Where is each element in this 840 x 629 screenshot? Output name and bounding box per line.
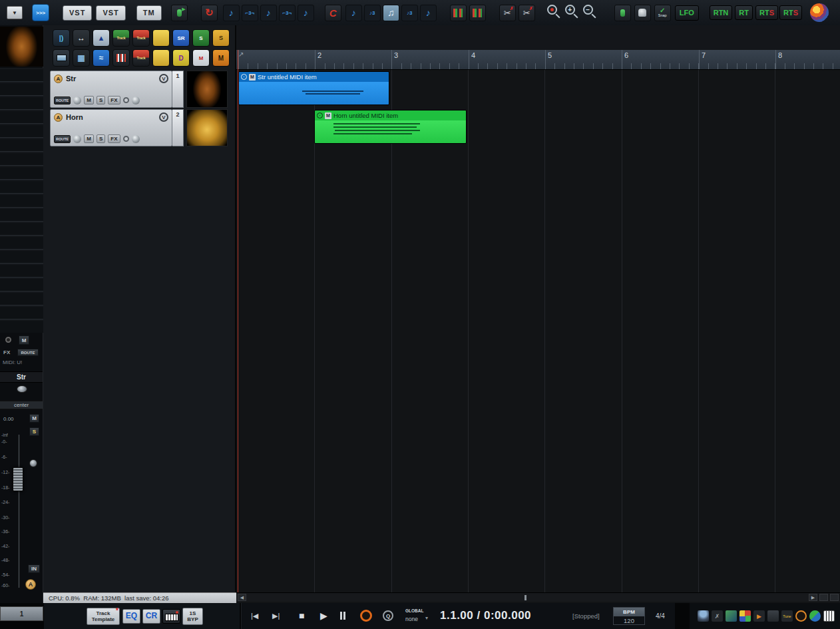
default-icon[interactable]: D: [172, 49, 190, 67]
input-quantize-icon[interactable]: C: [325, 5, 341, 21]
track-meter-play-icon[interactable]: [469, 5, 486, 21]
track-name[interactable]: Horn: [66, 113, 156, 121]
rts-button-2[interactable]: RTS: [779, 5, 802, 20]
analyze-icon[interactable]: ▲: [93, 29, 110, 47]
fx-button[interactable]: FX: [108, 96, 120, 105]
master-track-name[interactable]: Str: [0, 371, 43, 383]
bpm-box[interactable]: BPM 120: [613, 607, 645, 625]
mute-button[interactable]: M: [84, 96, 94, 105]
midi-item-titlebar[interactable]: M Str untitled MIDI item: [239, 72, 389, 82]
volume-knob[interactable]: [132, 135, 140, 143]
toolbar-dropdown-button[interactable]: ▼: [7, 6, 23, 19]
bypass-button[interactable]: 1SBYP: [182, 608, 203, 625]
folder-icon-2[interactable]: [152, 49, 170, 67]
close-item-icon[interactable]: ✗: [712, 610, 723, 622]
stop-button[interactable]: ■: [299, 610, 304, 621]
show-track-green-icon[interactable]: Track: [112, 29, 130, 47]
monitor-icon[interactable]: [53, 49, 70, 67]
grouping-icon[interactable]: |): [53, 29, 70, 47]
note-triplet-icon-1[interactable]: ⌐3¬: [242, 5, 258, 21]
go-to-end-button[interactable]: ▶|: [272, 612, 280, 620]
track-meter-icon[interactable]: [450, 5, 467, 21]
solo-button[interactable]: S: [97, 96, 105, 105]
timeline-ruler[interactable]: ↗ 2 3 4 5 6 7 8: [236, 50, 840, 70]
lfo-button[interactable]: LFO: [675, 5, 699, 21]
track-row-horn[interactable]: A Horn V ROUTE M S FX 2: [50, 109, 234, 146]
pan-knob[interactable]: [73, 135, 81, 143]
cut-icon-1[interactable]: ✂ ✗: [499, 5, 516, 21]
virtual-keyboard-icon[interactable]: [823, 610, 835, 622]
solo-icon[interactable]: S: [212, 29, 230, 47]
zoom-selection-icon[interactable]: [547, 5, 562, 20]
arrange-grid[interactable]: [236, 70, 840, 592]
hide-track-red-icon-2[interactable]: Track: [132, 49, 150, 67]
mic-icon[interactable]: [698, 610, 709, 622]
zoom-in-icon[interactable]: +: [565, 5, 580, 20]
wave-icon[interactable]: ≈: [93, 49, 110, 67]
mute-button[interactable]: M: [84, 134, 94, 143]
zoom-out-small-icon[interactable]: [830, 594, 839, 601]
master-midi-input-label[interactable]: MIDI: U!: [3, 359, 22, 365]
volume-knob[interactable]: [132, 97, 140, 105]
track-v-badge[interactable]: V: [159, 74, 168, 83]
zoom-in-small-icon[interactable]: [819, 594, 828, 601]
fx-button[interactable]: FX: [108, 134, 120, 143]
vst-button-2[interactable]: VST: [96, 5, 125, 21]
loop-source-icon[interactable]: ↻: [201, 5, 218, 21]
theme-icon[interactable]: [739, 610, 751, 622]
action-run-icon[interactable]: ▶: [171, 5, 188, 21]
track-manager-button[interactable]: TM: [136, 5, 162, 21]
quantize-note-icon-1[interactable]: ♪: [345, 5, 362, 21]
repeat-q-button[interactable]: Q: [383, 610, 393, 621]
master-route-button[interactable]: ROUTE: [17, 349, 39, 356]
mute-clear-icon[interactable]: M: [192, 49, 210, 67]
note-straight-icon-2[interactable]: ♪: [260, 5, 277, 21]
master-mute-button[interactable]: M: [19, 335, 29, 345]
track-template-button[interactable]: TrackTemplate *: [87, 608, 120, 625]
quantize-note-icon-2[interactable]: ♪: [420, 5, 437, 21]
track-row-str[interactable]: A Str V ROUTE M S FX 1: [50, 71, 234, 108]
hide-track-red-icon[interactable]: Track: [132, 29, 150, 47]
cr-button[interactable]: CR: [142, 609, 160, 624]
route-button[interactable]: ROUTE: [54, 135, 71, 143]
master-a-badge[interactable]: A: [25, 579, 36, 590]
render-icon[interactable]: ▶: [753, 610, 765, 622]
rts-button-1[interactable]: RTS: [755, 5, 778, 20]
rt-button[interactable]: RT: [735, 5, 753, 20]
record-button[interactable]: [360, 610, 372, 622]
snap-toggle-icon[interactable]: ✓ Snap: [654, 5, 671, 21]
quantize-triplet-icon-1[interactable]: ♪3: [364, 5, 381, 21]
bpm-value[interactable]: 120: [614, 616, 644, 624]
note-triplet-icon-2[interactable]: ⌐3¬: [279, 5, 296, 21]
cut-icon-2[interactable]: ✂ ✗: [519, 5, 535, 21]
route-button[interactable]: ROUTE: [54, 97, 71, 105]
record-arm-icon[interactable]: [123, 136, 129, 142]
track-v-badge[interactable]: V: [159, 112, 168, 122]
time-signature[interactable]: 4/4: [656, 612, 665, 620]
go-to-start-button[interactable]: |◀: [251, 612, 258, 620]
rtn-button[interactable]: RTN: [710, 5, 733, 20]
master-power-icon[interactable]: [5, 337, 11, 343]
track-a-badge[interactable]: A: [54, 113, 63, 122]
master-m-button[interactable]: M: [29, 414, 39, 423]
virtual-midi-keyboard-button[interactable]: [162, 609, 180, 624]
solo-button[interactable]: S: [97, 134, 105, 143]
midi-item-str[interactable]: M Str untitled MIDI item: [238, 71, 389, 105]
routing-icon[interactable]: [809, 610, 821, 622]
midi-item-body[interactable]: [239, 82, 389, 105]
tuner-icon[interactable]: Tune: [781, 610, 793, 622]
master-fader-handle[interactable]: [13, 467, 23, 491]
global-automation-label[interactable]: GLOBAL: [405, 608, 423, 613]
track-a-badge[interactable]: A: [54, 75, 63, 83]
mute-icon[interactable]: M: [212, 49, 230, 67]
float-toolbar-icon[interactable]: >>>: [32, 4, 49, 21]
quantize-note-icon-selected[interactable]: ♫: [383, 5, 399, 21]
track-name[interactable]: Str: [66, 75, 156, 83]
master-volume-value[interactable]: 0.00: [3, 416, 14, 422]
track-number[interactable]: 1: [172, 71, 184, 108]
item-properties-icon[interactable]: [767, 610, 779, 622]
master-pan-value[interactable]: center: [0, 401, 43, 409]
solo-clear-icon[interactable]: S: [192, 29, 210, 47]
hand-scroll-icon[interactable]: [634, 5, 651, 21]
note-straight-icon-1[interactable]: ♪: [223, 5, 240, 21]
